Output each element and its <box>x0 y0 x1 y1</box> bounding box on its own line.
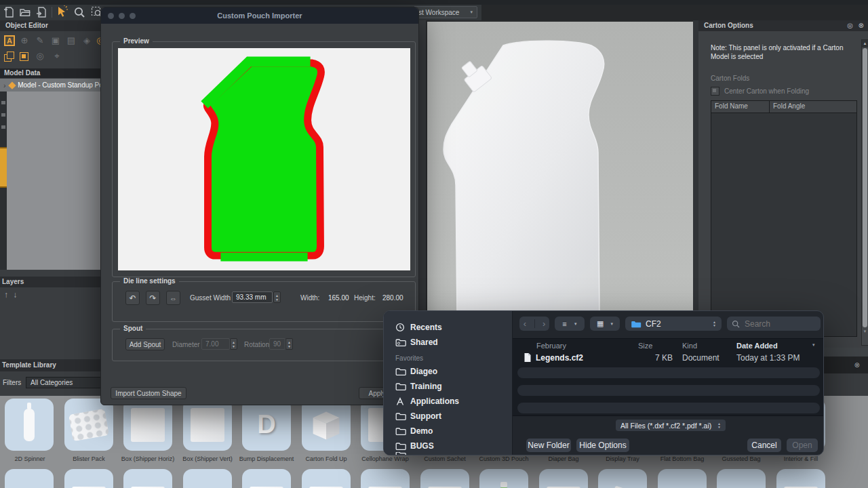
template-tile[interactable] <box>658 469 707 488</box>
template-tile[interactable] <box>5 469 54 488</box>
file-format-dropdown[interactable]: All Files (*.dxf *.cf2 *.pdf *.ai) ▲▼ <box>616 420 726 431</box>
search-input[interactable] <box>743 319 814 329</box>
new-file-icon[interactable] <box>3 6 15 18</box>
diameter-input[interactable]: 7.00 <box>201 338 230 350</box>
mirror-button[interactable]: ⇔ <box>166 291 180 305</box>
template-tile[interactable] <box>717 469 766 488</box>
template-tile[interactable] <box>242 469 291 488</box>
sidebar-item-training[interactable]: Training <box>384 379 513 394</box>
template-tile[interactable] <box>183 469 232 488</box>
window-close-icon[interactable] <box>108 13 114 19</box>
template-tile[interactable] <box>64 399 113 451</box>
center-carton-checkbox[interactable] <box>711 87 719 96</box>
rotation-stepper[interactable]: ▲▼ <box>285 338 293 350</box>
import-file-icon[interactable] <box>35 6 47 18</box>
list-icon[interactable]: ▤ <box>65 35 77 46</box>
template-tile[interactable] <box>302 469 351 488</box>
import-custom-shape-button[interactable]: Import Custom Shape <box>111 387 186 399</box>
group-stack-icon[interactable] <box>19 52 29 62</box>
scrollbar-thumb[interactable] <box>863 48 867 327</box>
panel-settings-icon[interactable]: ◎ <box>847 20 853 31</box>
pin-icon[interactable]: ⌖ <box>51 51 63 62</box>
fold-angle-column-header[interactable]: Fold Angle <box>770 101 856 113</box>
eraser-icon[interactable]: ◈ <box>81 35 93 46</box>
layer-down-icon[interactable]: ↓ <box>13 290 17 300</box>
sidebar-item-diageo[interactable]: Diageo <box>384 364 513 379</box>
model-data-list[interactable] <box>7 92 102 270</box>
vertical-tab-active[interactable] <box>0 147 7 188</box>
folder-icon <box>395 452 406 455</box>
template-tile[interactable] <box>479 469 528 488</box>
toolbar-right <box>481 5 868 20</box>
view-mode-dropdown[interactable]: ≡ ▾ <box>555 317 585 331</box>
size-column-header[interactable]: Size <box>638 342 652 350</box>
visibility-icon[interactable]: ◎ <box>34 51 46 62</box>
template-tile[interactable] <box>420 469 469 488</box>
rotate-ccw-button[interactable]: ↶ <box>125 291 140 305</box>
select-cursor-icon[interactable] <box>56 5 68 18</box>
location-dropdown[interactable]: CF2 ▲▼ <box>625 317 722 331</box>
template-label: Flat Bottom Bag <box>652 455 712 462</box>
edit-icon[interactable]: ✎ <box>34 35 46 46</box>
template-tile[interactable] <box>123 399 172 451</box>
search-zoom-icon[interactable] <box>73 6 85 18</box>
template-tile[interactable] <box>776 469 825 488</box>
rotate-cw-button[interactable]: ↷ <box>146 291 160 305</box>
template-tile[interactable] <box>5 399 54 451</box>
letter-d-thumb: D <box>257 410 275 439</box>
template-tile[interactable]: D <box>242 399 291 451</box>
text-tool-icon[interactable]: A <box>4 35 15 46</box>
template-tile[interactable] <box>361 469 410 488</box>
add-object-icon[interactable]: ⊕ <box>18 35 31 46</box>
forward-icon[interactable]: › <box>542 319 545 329</box>
sort-chevron-icon[interactable]: ▾ <box>812 342 815 348</box>
hide-options-button[interactable]: Hide Options <box>576 439 629 452</box>
search-field[interactable] <box>727 317 821 331</box>
template-tile[interactable] <box>64 469 113 488</box>
sidebar-item-applications[interactable]: Applications <box>384 394 513 409</box>
sidebar-item-demo[interactable]: Demo <box>384 424 513 439</box>
group-by-dropdown[interactable]: ▦ ▾ <box>590 317 620 331</box>
template-tile[interactable] <box>598 469 647 488</box>
sidebar-item-recents[interactable]: Recents <box>384 320 513 335</box>
fold-name-column-header[interactable]: Fold Name <box>711 101 770 113</box>
scroll-up-icon[interactable]: ▲ <box>862 40 868 47</box>
kind-column-header[interactable]: Kind <box>682 342 697 350</box>
sidebar-item-support[interactable]: Support <box>384 409 513 424</box>
rotation-input[interactable]: 90 <box>269 338 285 350</box>
template-tile[interactable] <box>302 399 351 451</box>
panel-close-icon[interactable]: ⊗ <box>859 20 864 31</box>
template-tile[interactable] <box>539 469 588 488</box>
panel-close-icon[interactable]: ⊗ <box>854 357 860 373</box>
gusset-width-input[interactable]: 93.33 mm <box>232 291 273 303</box>
diameter-stepper[interactable]: ▲▼ <box>230 338 237 350</box>
sidebar-item-bugs[interactable]: BUGS <box>384 439 513 453</box>
file-row-legends[interactable]: Legends.cf2 7 KB Document Today at 1:33 … <box>513 352 824 364</box>
open-button[interactable]: Open <box>787 439 818 452</box>
cancel-button[interactable]: Cancel <box>747 439 781 452</box>
open-folder-icon[interactable] <box>19 6 31 18</box>
model-tree-item[interactable]: › Model - Custom Standup Pou <box>0 79 102 92</box>
duplicate-stack-icon[interactable] <box>4 52 14 62</box>
template-tile[interactable] <box>123 469 172 488</box>
add-spout-button[interactable]: Add Spout <box>125 338 165 350</box>
layer-up-icon[interactable]: ↑ <box>4 290 8 300</box>
scroll-down-icon[interactable]: ▼ <box>862 328 868 336</box>
category-dropdown[interactable]: All Categories <box>26 377 103 388</box>
window-zoom-icon[interactable] <box>130 13 136 19</box>
image-icon[interactable]: ▣ <box>50 35 62 46</box>
sidebar-item-clipped[interactable] <box>384 452 513 455</box>
back-icon[interactable]: ‹ <box>524 319 526 329</box>
disclosure-icon[interactable]: › <box>3 81 6 89</box>
dieline-preview <box>117 47 411 271</box>
panel-scrollbar[interactable]: ▲ ▼ <box>861 39 868 346</box>
new-folder-button[interactable]: New Folder <box>526 439 571 452</box>
gusset-stepper[interactable]: ▲▼ <box>273 291 281 303</box>
sidebar-item-shared[interactable]: Shared <box>384 335 513 350</box>
workspace-dropdown[interactable]: st Workspace ▾ <box>414 6 477 18</box>
dialog-titlebar[interactable]: Custom Pouch Importer <box>101 7 418 24</box>
date-added-column-header[interactable]: Date Added <box>736 342 778 350</box>
template-tile[interactable] <box>183 399 232 451</box>
window-minimize-icon[interactable] <box>119 13 125 19</box>
nav-back-forward[interactable]: ‹ › <box>519 317 549 331</box>
